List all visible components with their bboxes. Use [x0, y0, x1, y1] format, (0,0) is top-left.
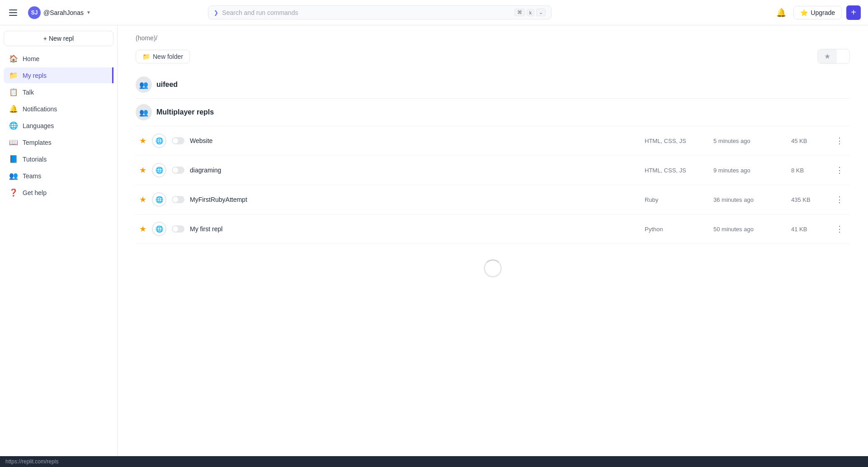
search-shortcut: ⌘ k ⌄ [514, 9, 546, 16]
repl-size-myfirstrepl: 41 KB [791, 226, 827, 233]
hamburger-button[interactable] [7, 8, 19, 18]
content-area: (home)/ 📁 New folder ★ 👥 uifeed 👥 Multip… [118, 25, 868, 456]
star-button-diagraming[interactable]: ★ [139, 165, 146, 175]
repl-row-myfirstrubyattempt[interactable]: ★ 🌐 MyFirstRubyAttempt Ruby 36 minutes a… [136, 187, 850, 212]
divider-1 [136, 98, 850, 99]
talk-icon: 📋 [9, 88, 18, 96]
loading-spinner-container [136, 246, 850, 291]
home-icon: 🏠 [9, 54, 18, 63]
repl-time-website: 5 minutes ago [713, 138, 786, 144]
sidebar-item-languages[interactable]: 🌐 Languages [4, 118, 113, 133]
new-folder-button[interactable]: 📁 New folder [136, 50, 190, 63]
multiplayer-title: Multiplayer repls [156, 108, 214, 116]
toolbar: 📁 New folder ★ [136, 49, 850, 64]
star-button-myfirstrubyattempt[interactable]: ★ [139, 195, 146, 205]
status-text: https://replit.com/repls [5, 458, 58, 465]
repl-name-diagraming: diagraming [190, 167, 639, 174]
toggle-myfirstrepl[interactable] [172, 225, 184, 233]
upgrade-button[interactable]: ⭐ Upgrade [793, 6, 842, 19]
sidebar-item-get-help[interactable]: ❓ Get help [4, 185, 113, 200]
k-key: k [527, 9, 535, 16]
divider-6 [136, 243, 850, 244]
globe-icon-myfirstrubyattempt: 🌐 [152, 192, 166, 207]
repl-size-myfirstrubyattempt: 435 KB [791, 196, 827, 203]
expand-key: ⌄ [536, 9, 546, 16]
toggle-website[interactable] [172, 137, 184, 144]
globe-icon-website: 🌐 [152, 133, 166, 148]
notifications-icon: 🔔 [9, 105, 18, 113]
repl-size-diagraming: 8 KB [791, 167, 827, 174]
repl-time-myfirstrepl: 50 minutes ago [713, 226, 786, 233]
divider-2 [136, 126, 850, 126]
repl-row-diagraming[interactable]: ★ 🌐 diagraming HTML, CSS, JS 9 minutes a… [136, 157, 850, 183]
sidebar-item-templates[interactable]: 📖 Templates [4, 134, 113, 150]
repl-menu-button-website[interactable]: ⋮ [833, 135, 846, 147]
sidebar-item-label-languages: Languages [23, 122, 54, 129]
my-repls-icon: 📁 [9, 71, 18, 80]
sidebar-item-home[interactable]: 🏠 Home [4, 51, 113, 67]
divider-3 [136, 155, 850, 156]
sidebar-item-label-notifications: Notifications [23, 105, 57, 113]
toggle-myfirstrubyattempt[interactable] [172, 196, 184, 203]
globe-icon-myfirstrepl: 🌐 [152, 222, 166, 236]
upgrade-icon: ⭐ [800, 9, 808, 16]
uifeed-section-header: 👥 uifeed [136, 73, 850, 96]
star-toggle-button[interactable]: ★ [818, 49, 837, 63]
teams-icon: 👥 [9, 172, 18, 180]
star-button-myfirstrepl[interactable]: ★ [139, 224, 146, 234]
repl-lang-website: HTML, CSS, JS [645, 138, 708, 144]
repl-lang-myfirstrubyattempt: Ruby [645, 196, 708, 203]
cmd-key: ⌘ [514, 9, 525, 16]
repl-menu-button-myfirstrubyattempt[interactable]: ⋮ [833, 194, 846, 205]
repl-row-myfirstrepl[interactable]: ★ 🌐 My first repl Python 50 minutes ago … [136, 216, 850, 242]
globe-icon-diagraming: 🌐 [152, 163, 166, 177]
multiplayer-section-header: 👥 Multiplayer repls [136, 100, 850, 124]
repl-name-myfirstrepl: My first repl [190, 225, 639, 233]
sidebar-item-label-teams: Teams [23, 172, 41, 180]
all-toggle-button[interactable] [837, 54, 849, 59]
search-bar[interactable]: ❯ Search and run commands ⌘ k ⌄ [208, 5, 552, 19]
repl-menu-button-diagraming[interactable]: ⋮ [833, 164, 846, 176]
search-placeholder: Search and run commands [222, 9, 511, 16]
repl-time-diagraming: 9 minutes ago [713, 167, 786, 174]
sidebar-item-label-my-repls: My repls [23, 72, 47, 79]
folder-icon: 📁 [142, 53, 150, 60]
topbar: SJ @SarahJonas ▼ ❯ Search and run comman… [0, 0, 868, 25]
repl-menu-button-myfirstrepl[interactable]: ⋮ [833, 223, 846, 235]
hamburger-icon [9, 10, 17, 16]
sidebar-item-notifications[interactable]: 🔔 Notifications [4, 101, 113, 117]
sidebar-item-tutorials[interactable]: 📘 Tutorials [4, 151, 113, 167]
new-folder-label: New folder [153, 53, 183, 60]
notification-button[interactable]: 🔔 [774, 5, 789, 20]
toggle-diagraming[interactable] [172, 167, 184, 174]
uifeed-icon: 👥 [136, 76, 152, 93]
star-toggle: ★ [817, 49, 850, 64]
sidebar-item-label-talk: Talk [23, 89, 34, 96]
avatar: SJ [28, 6, 41, 19]
sidebar-item-label-tutorials: Tutorials [23, 156, 47, 163]
new-repl-topbar-button[interactable]: + [846, 5, 861, 20]
templates-icon: 📖 [9, 138, 18, 147]
sidebar-item-teams[interactable]: 👥 Teams [4, 168, 113, 184]
chevron-down-icon: ▼ [86, 10, 91, 15]
new-repl-button[interactable]: + New repl [4, 31, 113, 46]
repl-name-myfirstrubyattempt: MyFirstRubyAttempt [190, 196, 639, 203]
repl-lang-myfirstrepl: Python [645, 226, 708, 233]
repl-time-myfirstrubyattempt: 36 minutes ago [713, 196, 786, 203]
repl-lang-diagraming: HTML, CSS, JS [645, 167, 708, 174]
star-button-website[interactable]: ★ [139, 136, 146, 146]
divider-4 [136, 185, 850, 185]
main-layout: + New repl 🏠 Home 📁 My repls 📋 Talk 🔔 No… [0, 25, 868, 456]
user-menu-button[interactable]: SJ @SarahJonas ▼ [24, 5, 94, 21]
search-chevron-icon: ❯ [214, 10, 218, 16]
sidebar-item-label-templates: Templates [23, 139, 52, 146]
repl-size-website: 45 KB [791, 138, 827, 144]
new-repl-label: + New repl [43, 35, 74, 42]
sidebar-item-label-home: Home [23, 55, 39, 62]
repl-row-website[interactable]: ★ 🌐 Website HTML, CSS, JS 5 minutes ago … [136, 128, 850, 153]
tutorials-icon: 📘 [9, 155, 18, 163]
sidebar-item-talk[interactable]: 📋 Talk [4, 84, 113, 100]
sidebar-item-label-get-help: Get help [23, 189, 47, 196]
multiplayer-icon: 👥 [136, 104, 152, 120]
sidebar-item-my-repls[interactable]: 📁 My repls [4, 67, 113, 83]
